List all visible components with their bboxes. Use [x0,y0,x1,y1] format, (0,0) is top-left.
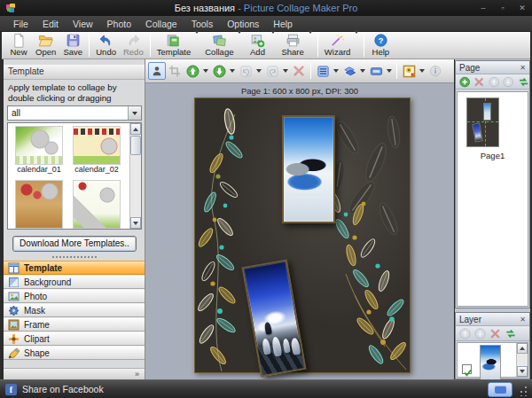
order-dropdown-arrow[interactable] [358,69,366,73]
move-down-button[interactable] [210,62,228,80]
photo-snowboarder[interactable] [282,115,335,223]
align-dropdown-arrow[interactable] [332,69,340,73]
collage-page[interactable] [194,98,411,373]
layer-row[interactable] [458,343,516,377]
sidebar-item-background[interactable]: Background [4,275,145,289]
fit-page-dropdown-arrow[interactable] [385,69,393,73]
sidebar-item-clipart[interactable]: Clipart [4,332,145,346]
sidebar-item-photo[interactable]: Photo [4,289,145,303]
feedback-chat-button[interactable] [488,382,512,397]
close-icon[interactable]: ✕ [520,316,526,324]
template-item[interactable] [70,180,123,229]
chevron-down-icon[interactable] [128,106,141,120]
template-thumbnail[interactable] [15,126,63,165]
move-up-button[interactable] [184,62,201,80]
rotate-right-button[interactable] [263,62,281,80]
page-list[interactable]: Page1 [457,91,528,307]
template-item[interactable] [12,180,66,229]
collage-button[interactable]: Collage [201,33,237,57]
collage-dropdown-arrow[interactable] [237,34,242,50]
toolbar-separator [89,34,90,57]
page-up-button[interactable] [489,76,499,88]
undo-button[interactable]: Undo [92,33,120,57]
scroll-up-button[interactable] [517,343,528,354]
layer-down-button[interactable] [474,328,486,339]
scroll-down-button[interactable] [517,366,528,377]
redo-button[interactable]: Redo [120,33,147,57]
delete-layer-button[interactable] [489,328,501,339]
menu-view[interactable]: View [66,17,99,31]
redo-label: Redo [123,48,144,57]
add-dropdown-arrow[interactable] [270,34,276,50]
resize-grip[interactable] [518,386,528,396]
menu-photo[interactable]: Photo [101,17,137,31]
sidebar-item-mask[interactable]: Mask [4,303,145,317]
refresh-layers-button[interactable] [505,328,517,339]
download-templates-button[interactable]: Download More Templates.. [12,236,137,252]
share-on-facebook-link[interactable]: Share on Facebook [22,384,104,394]
layer-list[interactable] [457,342,528,378]
help-button[interactable]: ? Help [367,33,394,57]
add-page-button[interactable] [459,76,470,88]
crop-button[interactable] [166,62,184,80]
sidebar-item-template[interactable]: Template [4,261,145,275]
wizard-dropdown-arrow[interactable] [354,34,359,50]
order-button[interactable] [340,62,358,80]
rotate-right-dropdown-arrow[interactable] [281,69,289,73]
move-up-dropdown-arrow[interactable] [201,69,209,73]
template-item[interactable]: calendar_01 [12,126,66,175]
template-thumbnail[interactable] [73,126,121,165]
scrollbar-thumb[interactable] [130,136,141,155]
template-filter-dropdown[interactable]: all [7,105,142,121]
close-icon[interactable]: ✕ [520,64,526,72]
menu-edit[interactable]: Edit [36,17,65,31]
share-dropdown-arrow[interactable] [308,34,313,50]
menu-file[interactable]: File [7,17,35,31]
fit-page-button[interactable] [367,62,385,80]
template-list-scrollbar[interactable] [129,123,141,229]
template-thumbnail[interactable] [73,180,121,229]
panel-splitter[interactable] [52,256,97,259]
open-button[interactable]: Open [32,33,59,57]
save-button[interactable]: Save [59,33,86,57]
refresh-pages-button[interactable] [518,76,529,88]
rotate-left-dropdown-arrow[interactable] [254,69,262,73]
photo-tool-button[interactable] [148,62,166,80]
minimize-button[interactable]: – [477,2,489,14]
move-down-dropdown-arrow[interactable] [228,69,236,73]
scroll-down-button[interactable] [130,217,141,229]
share-button[interactable]: Share [278,33,307,57]
canvas-workspace[interactable]: Page 1: 600 x 800 px, DPI: 300 [145,83,454,379]
sidebar-overflow-button[interactable]: » [4,368,145,379]
sidebar-label: Clipart [24,334,50,344]
layer-thumbnail[interactable] [480,345,501,380]
menu-options[interactable]: Options [221,17,265,31]
menu-tools[interactable]: Tools [185,17,220,31]
template-thumbnail[interactable] [15,180,63,229]
layer-visibility-checkbox[interactable] [462,364,472,374]
background-image-button[interactable] [400,62,418,80]
layer-up-button[interactable] [459,328,471,339]
menu-help[interactable]: Help [267,17,299,31]
properties-button[interactable] [426,62,444,80]
template-button[interactable]: Template [153,33,195,57]
template-dropdown-arrow[interactable] [194,34,200,50]
sidebar-item-shape[interactable]: Shape [4,346,145,360]
background-dropdown-arrow[interactable] [418,69,426,73]
scroll-up-button[interactable] [130,123,141,135]
new-button[interactable]: New [5,33,32,57]
page-thumbnail[interactable] [466,98,499,147]
sidebar-item-frame[interactable]: Frame [4,317,145,332]
page-down-button[interactable] [503,76,513,88]
delete-page-button[interactable] [473,76,484,88]
template-item[interactable]: calendar_02 [70,126,123,175]
delete-button[interactable] [290,62,308,80]
menu-collage[interactable]: Collage [139,17,184,31]
wizard-button[interactable]: Wizard [321,33,355,57]
add-button[interactable]: Add [244,33,270,57]
maximize-button[interactable]: ▫ [497,2,509,14]
rotate-left-button[interactable] [237,62,254,80]
align-button[interactable] [314,62,332,80]
layer-list-scrollbar[interactable] [516,343,528,377]
close-button[interactable]: ✕ [516,2,528,14]
